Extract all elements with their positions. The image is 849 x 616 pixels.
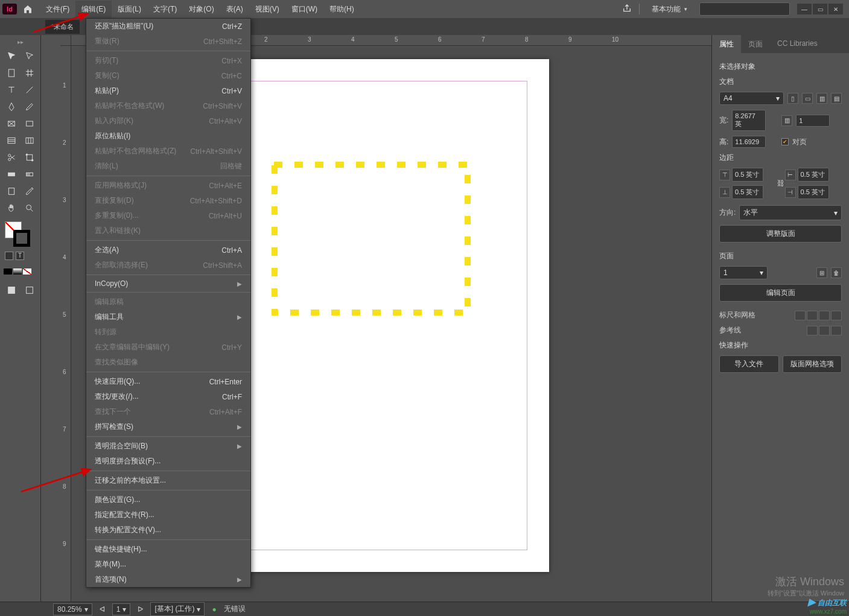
margin-right-input[interactable]: 0.5 英寸 [798, 185, 829, 199]
menu-item[interactable]: 颜色设置(G)... [86, 492, 250, 507]
search-input[interactable] [699, 2, 790, 16]
close-button[interactable]: ✕ [828, 4, 843, 14]
panel-tab[interactable]: 属性 [712, 35, 741, 53]
portrait-icon[interactable]: ▯ [787, 93, 798, 104]
ruler-origin[interactable] [60, 35, 71, 46]
eyedropper-tool[interactable] [23, 185, 36, 198]
type-tool[interactable] [5, 83, 18, 97]
menu-item[interactable]: InCopy(O)▶ [86, 277, 250, 290]
menu-编辑[interactable]: 编辑(E) [75, 1, 112, 18]
gradient-swatch-tool[interactable] [5, 168, 18, 181]
page-nav-prev-icon[interactable]: ᐊ [100, 605, 105, 614]
menu-item[interactable]: 原位粘贴(I) [86, 129, 250, 144]
menu-item[interactable]: 首选项(N)▶ [86, 572, 250, 587]
page-tool[interactable] [5, 66, 18, 80]
pencil-tool[interactable] [23, 100, 36, 113]
page-nav-next-icon[interactable]: ᐅ [138, 605, 143, 614]
home-icon[interactable] [22, 3, 34, 15]
menu-item[interactable]: 键盘快捷键(H)... [86, 542, 250, 557]
normal-view-icon[interactable] [5, 284, 18, 297]
landscape-icon[interactable]: ▭ [802, 93, 813, 104]
menu-表[interactable]: 表(A) [220, 1, 249, 18]
menu-对象[interactable]: 对象(O) [183, 1, 220, 18]
delete-page-icon[interactable]: 🗑 [831, 267, 842, 278]
grid-option-3-icon[interactable] [819, 311, 830, 320]
grid-option-4-icon[interactable] [831, 311, 842, 320]
grid-option-2-icon[interactable] [807, 311, 818, 320]
panel-tab[interactable]: 页面 [741, 35, 770, 53]
rectangle-tool[interactable] [23, 117, 36, 130]
guide-option-2-icon[interactable] [819, 326, 830, 335]
horizontal-grid-tool[interactable] [5, 134, 18, 147]
menu-item[interactable]: 透明度拼合预设(F)... [86, 454, 250, 469]
preview-view-icon[interactable] [23, 284, 36, 297]
facing-pages-checkbox[interactable]: ✔ [781, 138, 789, 145]
link-margins-icon[interactable]: ⛓ [777, 177, 785, 189]
guide-option-3-icon[interactable] [831, 326, 842, 335]
guide-option-1-icon[interactable] [807, 326, 818, 335]
minimize-button[interactable]: — [797, 4, 812, 14]
formatting-text-icon[interactable]: T [16, 252, 24, 260]
new-page-icon[interactable]: ⊞ [816, 267, 827, 278]
panel-tab[interactable]: CC Libraries [770, 35, 825, 53]
grid-option-1-icon[interactable] [795, 311, 806, 320]
page-number-select[interactable]: 1▾ [719, 266, 768, 279]
menu-文件[interactable]: 文件(F) [40, 1, 75, 18]
document-tab[interactable]: *未命名 [45, 20, 80, 34]
edit-pages-button[interactable]: 编辑页面 [719, 284, 842, 302]
free-transform-tool[interactable] [23, 151, 36, 164]
formatting-container-icon[interactable] [5, 252, 13, 260]
note-tool[interactable] [5, 185, 18, 198]
menu-item[interactable]: 透明混合空间(B)▶ [86, 439, 250, 454]
menu-item[interactable]: 快速应用(Q)...Ctrl+Enter [86, 374, 250, 389]
line-tool[interactable] [23, 83, 36, 97]
direct-selection-tool[interactable] [23, 49, 36, 63]
hand-tool[interactable] [5, 202, 18, 215]
pen-tool[interactable] [5, 100, 18, 113]
menu-版面[interactable]: 版面(L) [112, 1, 147, 18]
apply-color-icon[interactable] [4, 268, 12, 275]
height-input[interactable]: 11.6929 [732, 136, 766, 148]
page-preset-select[interactable]: A4▾ [719, 92, 784, 105]
margin-top-input[interactable]: 0.5 英寸 [732, 168, 763, 182]
menu-item[interactable]: 全选(A)Ctrl+A [86, 243, 250, 258]
menu-item[interactable]: 还原"描边粗细"(U)Ctrl+Z [86, 19, 250, 34]
vertical-ruler[interactable]: 123456789 [60, 46, 71, 602]
menu-item[interactable]: 迁移之前的本地设置... [86, 473, 250, 488]
orientation-select[interactable]: 水平▾ [739, 205, 842, 220]
gap-tool[interactable] [23, 66, 36, 80]
zoom-select[interactable]: 80.25%▾ [53, 603, 92, 615]
selection-tool[interactable] [5, 49, 18, 63]
margin-left-input[interactable]: 0.5 英寸 [798, 168, 829, 182]
adjust-layout-button[interactable]: 调整版面 [719, 225, 842, 243]
binding-ltr-icon[interactable]: ▥ [816, 93, 827, 104]
menu-item[interactable]: 编辑工具▶ [86, 310, 250, 325]
menu-文字[interactable]: 文字(T) [147, 1, 183, 18]
gradient-feather-tool[interactable] [23, 168, 36, 181]
menu-视图[interactable]: 视图(V) [249, 1, 285, 18]
apply-gradient-icon[interactable] [13, 268, 22, 275]
menu-item[interactable]: 粘贴(P)Ctrl+V [86, 83, 250, 98]
margin-bottom-input[interactable]: 0.5 英寸 [732, 185, 763, 199]
menu-item[interactable]: 查找/更改(/)...Ctrl+F [86, 389, 250, 404]
menu-item[interactable]: 指定配置文件(R)... [86, 507, 250, 522]
dashed-rectangle-object[interactable] [272, 162, 471, 316]
scissors-tool[interactable] [5, 151, 18, 164]
stroke-swatch[interactable] [13, 230, 30, 247]
layer-info[interactable]: [基本] (工作)▾ [150, 602, 205, 616]
menu-item[interactable]: 拼写检查(S)▶ [86, 419, 250, 434]
zoom-tool[interactable] [23, 202, 36, 215]
width-input[interactable]: 8.2677 英 [732, 110, 766, 131]
page-nav-select[interactable]: 1▾ [112, 603, 131, 615]
maximize-button[interactable]: ▭ [813, 4, 827, 14]
menu-item[interactable]: 菜单(M)... [86, 557, 250, 572]
rectangle-frame-tool[interactable] [5, 117, 18, 130]
menu-窗口[interactable]: 窗口(W) [285, 1, 323, 18]
binding-rtl-icon[interactable]: ▤ [831, 93, 842, 104]
menu-帮助[interactable]: 帮助(H) [323, 1, 360, 18]
menu-item[interactable]: 转换为配置文件(V)... [86, 522, 250, 538]
columns-input[interactable]: 1 [796, 115, 830, 127]
workspace-selector[interactable]: 基本功能 ▾ [647, 2, 692, 17]
vertical-grid-tool[interactable] [23, 134, 36, 147]
layout-grid-options-button[interactable]: 版面网格选项 [783, 355, 842, 373]
